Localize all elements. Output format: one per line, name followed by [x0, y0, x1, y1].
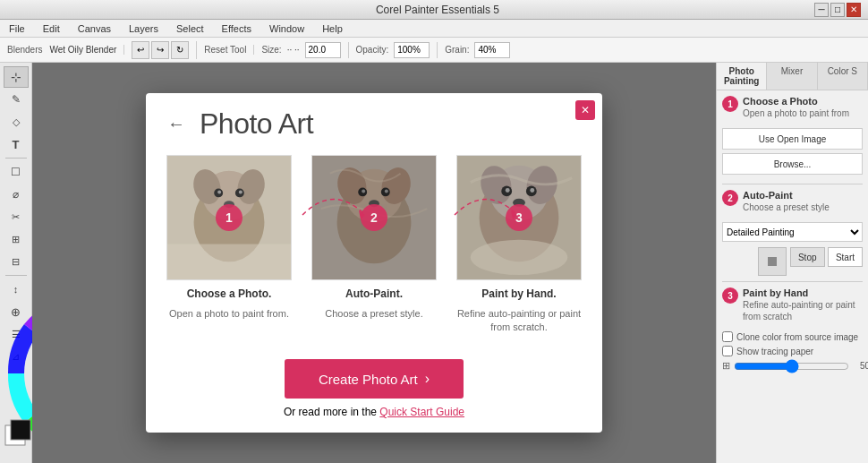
divider-2: [722, 281, 863, 282]
menu-edit[interactable]: Edit: [38, 21, 65, 36]
menu-help[interactable]: Help: [317, 21, 348, 36]
title-bar: Corel Painter Essentials 5 ─ □ ✕: [0, 0, 868, 20]
tool-shape[interactable]: ◇: [4, 111, 29, 133]
modal-footer-text: Or read more in the Quick Start Guide: [284, 406, 464, 418]
modal-back-button[interactable]: ←: [164, 111, 189, 136]
menu-canvas[interactable]: Canvas: [72, 21, 116, 36]
modal-step-2: 2 Auto-Paint. Choose a preset style.: [309, 155, 439, 335]
modal-step-3: 3 Paint by Hand. Refine auto-painting or…: [454, 155, 584, 335]
modal-title: Photo Art: [200, 107, 313, 141]
undo-button[interactable]: ↩: [132, 41, 149, 59]
stop-button[interactable]: Stop: [790, 247, 825, 267]
tab-color-s[interactable]: Color S: [818, 63, 868, 90]
svg-point-33: [530, 188, 534, 193]
redo-button[interactable]: ↪: [151, 41, 169, 59]
quick-start-link[interactable]: Quick Start Guide: [379, 406, 464, 418]
panel-step-3: 3 Paint by Hand Refine auto-painting or …: [722, 287, 863, 322]
tracing-paper-row: Show tracing paper: [722, 346, 863, 356]
minimize-button[interactable]: ─: [814, 3, 829, 17]
tab-mixer[interactable]: Mixer: [767, 63, 817, 90]
svg-point-32: [506, 188, 510, 193]
create-btn-label: Create Photo Art: [319, 372, 418, 387]
canvas-area[interactable]: ✕ ← Photo Art: [32, 63, 716, 463]
panel-step3-title: Paint by Hand: [743, 287, 863, 298]
panel-step2-title: Auto-Paint: [743, 190, 863, 201]
tool-clone[interactable]: ⊞: [4, 228, 29, 250]
menu-effects[interactable]: Effects: [217, 21, 257, 36]
tool-circle[interactable]: ⌀: [4, 184, 29, 205]
stop-preview: [758, 247, 787, 276]
menu-file[interactable]: File: [4, 21, 30, 36]
modal-footer: Create Photo Art › Or read more in the Q…: [146, 348, 602, 433]
step1-badge: 1: [216, 204, 243, 231]
step1-desc: Open a photo to paint from.: [169, 307, 289, 321]
svg-point-22: [385, 189, 388, 193]
tab-photo-painting[interactable]: Photo Painting: [717, 63, 767, 90]
panel-step2-circle: 2: [722, 190, 738, 206]
step2-desc: Choose a preset style.: [325, 307, 422, 321]
clone-color-row: Clone color from source image: [722, 331, 863, 342]
photo-art-modal: ✕ ← Photo Art: [146, 93, 602, 433]
modal-step-1: 1 Choose a Photo. Open a photo to paint …: [164, 155, 294, 335]
auto-paint-style-select[interactable]: Detailed Painting Impressionist Watercol…: [722, 222, 863, 242]
tool-selection[interactable]: ⊹: [4, 66, 29, 88]
step3-image: 3: [456, 155, 582, 280]
create-photo-art-button[interactable]: Create Photo Art ›: [285, 359, 464, 399]
clone-color-checkbox[interactable]: [722, 331, 733, 342]
clone-color-label: Clone color from source image: [736, 332, 858, 342]
grain-label: Grain:: [445, 45, 469, 55]
reset-tool-label: Reset Tool: [204, 45, 246, 55]
tool-brush[interactable]: ✎: [4, 89, 29, 110]
opacity-label: Opacity:: [356, 45, 389, 55]
menu-window[interactable]: Window: [264, 21, 310, 36]
start-button[interactable]: Start: [828, 247, 863, 267]
blenders-label: Blenders: [7, 45, 42, 55]
modal-close-button[interactable]: ✕: [575, 100, 595, 120]
grain-input[interactable]: [474, 42, 510, 58]
panel-step-1: 1 Choose a Photo Open a photo to paint f…: [722, 96, 863, 119]
window-title: Corel Painter Essentials 5: [61, 4, 814, 16]
panel-step-2: 2 Auto-Paint Choose a preset style: [722, 190, 863, 213]
maximize-button[interactable]: □: [830, 3, 845, 17]
tool-rect[interactable]: ☐: [4, 161, 29, 183]
close-button[interactable]: ✕: [847, 3, 861, 17]
brush-name: Wet Oily Blender: [49, 45, 116, 55]
menu-bar: File Edit Canvas Layers Select Effects W…: [0, 20, 868, 38]
size-input[interactable]: [305, 42, 341, 58]
tool-eraser[interactable]: ⊟: [4, 251, 29, 272]
modal-header: ← Photo Art: [146, 93, 602, 148]
panel-step3-desc: Refine auto-painting or paint from scrat…: [743, 299, 863, 322]
window-controls: ─ □ ✕: [814, 3, 861, 17]
opacity-slider-row: ⊞ 50%: [722, 360, 863, 372]
use-open-image-button[interactable]: Use Open Image: [722, 128, 863, 150]
create-btn-arrow: ›: [425, 371, 430, 387]
opacity-input[interactable]: [394, 42, 430, 58]
panel-step1-title: Choose a Photo: [743, 96, 863, 107]
modal-steps: 1 Choose a Photo. Open a photo to paint …: [146, 148, 602, 349]
tool-crop[interactable]: ✂: [4, 206, 29, 227]
menu-layers[interactable]: Layers: [123, 21, 164, 36]
tracing-paper-checkbox[interactable]: [722, 346, 733, 356]
menu-select[interactable]: Select: [171, 21, 209, 36]
panel-step2-desc: Choose a preset style: [743, 201, 863, 213]
redo2-button[interactable]: ↻: [171, 41, 189, 59]
step2-image: 2: [311, 155, 437, 280]
size-label: Size:: [261, 45, 281, 55]
tracing-paper-label: Show tracing paper: [736, 347, 813, 356]
browse-button[interactable]: Browse...: [722, 153, 863, 175]
svg-point-11: [239, 190, 243, 193]
modal-overlay: ✕ ← Photo Art: [32, 63, 716, 463]
panel-content: 1 Choose a Photo Open a photo to paint f…: [717, 90, 868, 463]
tool-text[interactable]: T: [4, 133, 29, 155]
panel-tabs: Photo Painting Mixer Color S: [717, 63, 868, 90]
step2-title: Auto-Paint.: [345, 287, 403, 300]
divider-1: [722, 184, 863, 184]
slider-icon: ⊞: [722, 360, 730, 372]
step1-title: Choose a Photo.: [187, 287, 272, 300]
svg-point-10: [217, 190, 221, 193]
right-panel: Photo Painting Mixer Color S 1 Choose a …: [716, 63, 868, 463]
toolbar: Blenders Wet Oily Blender ↩ ↪ ↻ Reset To…: [0, 38, 868, 63]
panel-step3-circle: 3: [722, 287, 738, 304]
opacity-slider[interactable]: [734, 361, 849, 372]
foreground-color-swatch[interactable]: [11, 420, 30, 440]
